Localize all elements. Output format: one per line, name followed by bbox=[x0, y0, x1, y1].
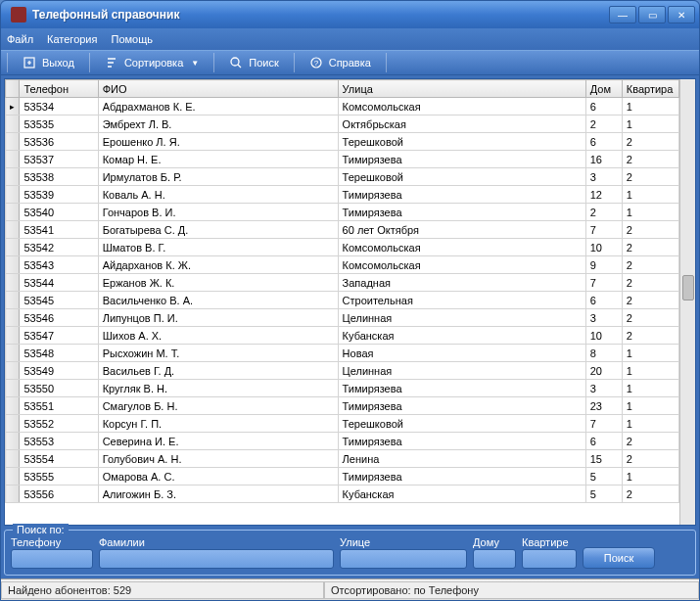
cell-street[interactable]: Комсомольская bbox=[338, 239, 585, 256]
cell-phone[interactable]: 53541 bbox=[20, 221, 98, 239]
cell-fio[interactable]: Васильев Г. Д. bbox=[98, 362, 338, 380]
cell-phone[interactable]: 53540 bbox=[20, 204, 98, 221]
search-street-input[interactable] bbox=[340, 549, 467, 569]
search-phone-input[interactable] bbox=[11, 549, 93, 569]
cell-fio[interactable]: Эмбрехт Л. В. bbox=[98, 116, 338, 133]
cell-street[interactable]: Кубанская bbox=[338, 327, 585, 345]
cell-street[interactable]: Тимирязева bbox=[338, 186, 585, 204]
cell-apt[interactable]: 1 bbox=[622, 98, 678, 116]
cell-street[interactable]: Западная bbox=[338, 274, 585, 292]
cell-fio[interactable]: Смагулов Б. Н. bbox=[98, 397, 338, 415]
cell-apt[interactable]: 1 bbox=[622, 380, 678, 397]
cell-phone[interactable]: 53552 bbox=[20, 415, 98, 433]
cell-phone[interactable]: 53555 bbox=[20, 468, 98, 485]
cell-street[interactable]: Тимирязева bbox=[338, 397, 585, 415]
cell-phone[interactable]: 53536 bbox=[20, 133, 98, 151]
cell-apt[interactable]: 2 bbox=[622, 309, 678, 327]
minimize-button[interactable]: — bbox=[609, 6, 636, 23]
cell-house[interactable]: 7 bbox=[585, 221, 622, 239]
cell-apt[interactable]: 2 bbox=[622, 450, 678, 468]
cell-house[interactable]: 10 bbox=[585, 327, 622, 345]
cell-street[interactable]: Тимирязева bbox=[338, 204, 585, 221]
cell-house[interactable]: 10 bbox=[585, 239, 622, 256]
table-row[interactable]: 53538Ирмулатов Б. Р.Терешковой32 bbox=[6, 168, 679, 186]
cell-phone[interactable]: 53534 bbox=[20, 98, 98, 116]
cell-fio[interactable]: Липунцов П. И. bbox=[98, 309, 338, 327]
cell-phone[interactable]: 53535 bbox=[20, 116, 98, 133]
search-house-input[interactable] bbox=[473, 549, 516, 569]
cell-phone[interactable]: 53553 bbox=[20, 433, 98, 450]
cell-phone[interactable]: 53546 bbox=[20, 309, 98, 327]
cell-street[interactable]: Терешковой bbox=[338, 168, 585, 186]
table-row[interactable]: 53548Рысхожин М. Т.Новая81 bbox=[6, 345, 679, 362]
cell-fio[interactable]: Шматов В. Г. bbox=[98, 239, 338, 256]
cell-fio[interactable]: Кругляк В. Н. bbox=[98, 380, 338, 397]
search-apt-input[interactable] bbox=[522, 549, 577, 569]
table-row[interactable]: 53537Комар Н. Е.Тимирязева162 bbox=[6, 151, 679, 168]
cell-street[interactable]: Тимирязева bbox=[338, 380, 585, 397]
cell-house[interactable]: 6 bbox=[585, 98, 622, 116]
table-row[interactable]: 53542Шматов В. Г.Комсомольская102 bbox=[6, 239, 679, 256]
cell-phone[interactable]: 53538 bbox=[20, 168, 98, 186]
cell-street[interactable]: Ленина bbox=[338, 450, 585, 468]
table-row[interactable]: 53555Омарова А. С.Тимирязева51 bbox=[6, 468, 679, 485]
table-row[interactable]: 53543Айдарханов К. Ж.Комсомольская92 bbox=[6, 256, 679, 274]
table-row[interactable]: 53546Липунцов П. И.Целинная32 bbox=[6, 309, 679, 327]
do-search-button[interactable]: Поиск bbox=[583, 547, 655, 569]
table-row[interactable]: 53549Васильев Г. Д.Целинная201 bbox=[6, 362, 679, 380]
col-house-header[interactable]: Дом bbox=[585, 80, 622, 98]
cell-apt[interactable]: 1 bbox=[622, 345, 678, 362]
cell-house[interactable]: 9 bbox=[585, 256, 622, 274]
exit-button[interactable]: Выход bbox=[14, 52, 83, 73]
cell-house[interactable]: 2 bbox=[585, 204, 622, 221]
cell-fio[interactable]: Богатырева С. Д. bbox=[98, 221, 338, 239]
cell-house[interactable]: 12 bbox=[585, 186, 622, 204]
outer-scrollbar[interactable] bbox=[679, 79, 695, 525]
close-button[interactable]: ✕ bbox=[668, 6, 695, 23]
cell-apt[interactable]: 2 bbox=[622, 292, 678, 309]
cell-house[interactable]: 5 bbox=[585, 485, 622, 503]
cell-house[interactable]: 3 bbox=[585, 380, 622, 397]
table-row[interactable]: 53541Богатырева С. Д.60 лет Октября72 bbox=[6, 221, 679, 239]
cell-house[interactable]: 5 bbox=[585, 468, 622, 485]
cell-apt[interactable]: 2 bbox=[622, 168, 678, 186]
cell-phone[interactable]: 53550 bbox=[20, 380, 98, 397]
menu-file[interactable]: Файл bbox=[7, 33, 33, 45]
cell-apt[interactable]: 1 bbox=[622, 204, 678, 221]
cell-fio[interactable]: Рысхожин М. Т. bbox=[98, 345, 338, 362]
cell-fio[interactable]: Северина И. Е. bbox=[98, 433, 338, 450]
cell-house[interactable]: 6 bbox=[585, 433, 622, 450]
cell-fio[interactable]: Гончаров В. И. bbox=[98, 204, 338, 221]
cell-house[interactable]: 16 bbox=[585, 151, 622, 168]
search-surname-input[interactable] bbox=[99, 549, 334, 569]
cell-fio[interactable]: Омарова А. С. bbox=[98, 468, 338, 485]
cell-fio[interactable]: Ерошенко Л. Я. bbox=[98, 133, 338, 151]
cell-apt[interactable]: 2 bbox=[622, 433, 678, 450]
cell-apt[interactable]: 1 bbox=[622, 415, 678, 433]
cell-phone[interactable]: 53539 bbox=[20, 186, 98, 204]
cell-phone[interactable]: 53543 bbox=[20, 256, 98, 274]
cell-street[interactable]: Тимирязева bbox=[338, 433, 585, 450]
table-row[interactable]: 53539Коваль А. Н.Тимирязева121 bbox=[6, 186, 679, 204]
scrollbar-thumb[interactable] bbox=[682, 275, 694, 300]
cell-fio[interactable]: Корсун Г. П. bbox=[98, 415, 338, 433]
about-button[interactable]: ? Справка bbox=[301, 52, 380, 73]
cell-apt[interactable]: 2 bbox=[622, 256, 678, 274]
menu-category[interactable]: Категория bbox=[47, 33, 97, 45]
cell-phone[interactable]: 53554 bbox=[20, 450, 98, 468]
cell-house[interactable]: 6 bbox=[585, 292, 622, 309]
cell-house[interactable]: 7 bbox=[585, 274, 622, 292]
cell-apt[interactable]: 1 bbox=[622, 397, 678, 415]
cell-fio[interactable]: Алигожин Б. З. bbox=[98, 485, 338, 503]
cell-street[interactable]: Строительная bbox=[338, 292, 585, 309]
table-row[interactable]: 53544Ержанов Ж. К.Западная72 bbox=[6, 274, 679, 292]
cell-apt[interactable]: 1 bbox=[622, 468, 678, 485]
cell-house[interactable]: 3 bbox=[585, 168, 622, 186]
cell-house[interactable]: 6 bbox=[585, 133, 622, 151]
cell-street[interactable]: Комсомольская bbox=[338, 256, 585, 274]
cell-street[interactable]: Тимирязева bbox=[338, 468, 585, 485]
menu-help[interactable]: Помощь bbox=[111, 33, 153, 45]
table-row[interactable]: 53547Шихов А. Х.Кубанская102 bbox=[6, 327, 679, 345]
cell-apt[interactable]: 2 bbox=[622, 485, 678, 503]
cell-phone[interactable]: 53542 bbox=[20, 239, 98, 256]
